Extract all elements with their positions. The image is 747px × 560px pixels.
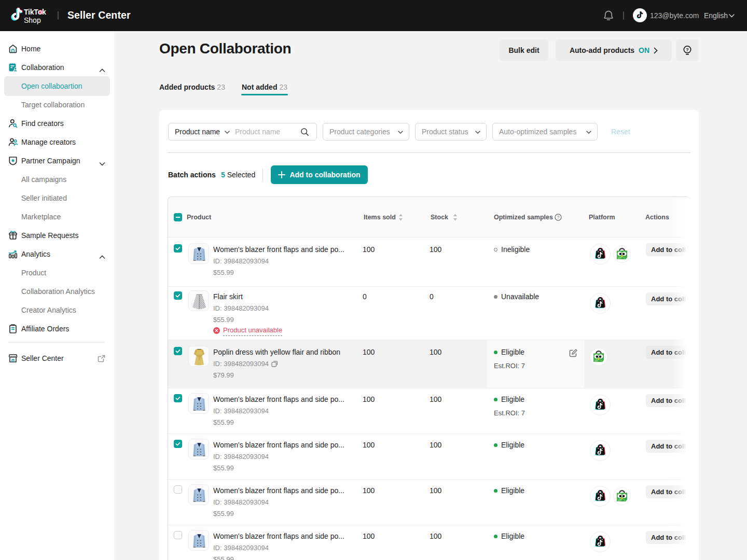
svg-text:?: ? — [557, 215, 560, 220]
svg-text:?: ? — [686, 47, 689, 52]
